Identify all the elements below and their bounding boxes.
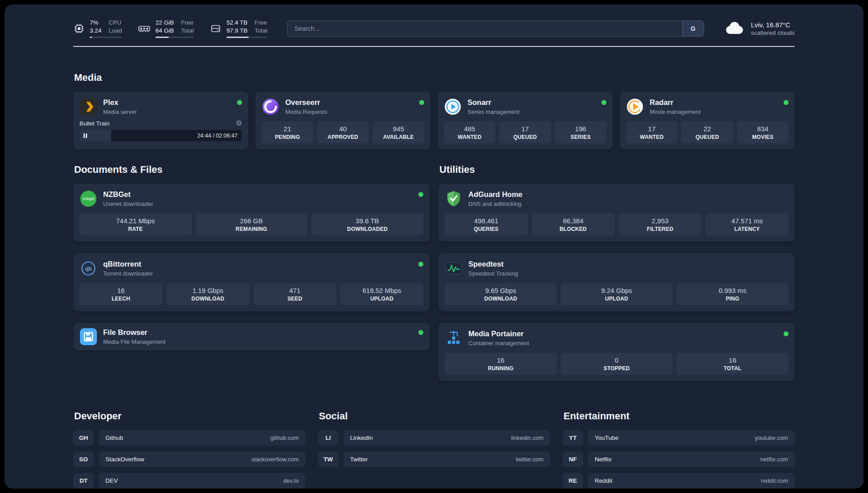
app-subtitle: Usenet downloader bbox=[103, 201, 153, 207]
app-card-nzbget[interactable]: nzbget NZBGet Usenet downloader 74 bbox=[73, 184, 430, 242]
stat-tile-wanted: 485 WANTED bbox=[444, 121, 495, 143]
pause-icon[interactable] bbox=[83, 134, 87, 138]
app-subtitle: DNS and adblocking bbox=[468, 201, 522, 207]
app-card-sonarr[interactable]: Sonarr Series management 485 WANTED 17 Q… bbox=[438, 92, 613, 150]
cpu-stat-widget: 7% 3.24 CPU Load bbox=[73, 19, 122, 38]
app-card-filebrowser[interactable]: File Browser Media File Management bbox=[73, 323, 430, 351]
stat-label: UPLOAD bbox=[563, 296, 671, 302]
bookmark-name: DEV bbox=[105, 477, 118, 484]
bookmark-link-linkedin[interactable]: LinkedIn linkedin.com bbox=[343, 430, 550, 446]
app-card-adguard[interactable]: AdGuard Home DNS and adblocking 498,461 … bbox=[438, 184, 795, 242]
app-subtitle: Container management bbox=[468, 340, 529, 347]
stat-value: 945 bbox=[375, 125, 422, 133]
stat-value: 86,384 bbox=[534, 217, 613, 225]
portainer-icon bbox=[445, 329, 463, 347]
bookmark-group-title: Developer bbox=[74, 410, 305, 422]
cpu-load-value: 3.24 bbox=[90, 27, 101, 35]
overseerr-icon bbox=[262, 98, 280, 116]
sonarr-icon bbox=[444, 98, 462, 116]
plex-now-playing: Bullet Train ⚙ 24:44 / 02:06:47 bbox=[79, 120, 242, 141]
bookmark-abbr: YT bbox=[563, 430, 583, 446]
settings-icon[interactable]: ⚙ bbox=[236, 120, 242, 127]
stat-value: 498,461 bbox=[447, 217, 526, 225]
bookmark-abbr: GH bbox=[73, 430, 94, 446]
disk-progress-track bbox=[226, 37, 267, 38]
bookmark-link-stackoverflow[interactable]: StackOverflow stackoverflow.com bbox=[99, 451, 305, 467]
search-engine-button[interactable]: G bbox=[682, 21, 704, 36]
bookmark-abbr: DT bbox=[73, 473, 94, 489]
bookmark-link-reddit[interactable]: Reddit reddit.com bbox=[588, 473, 795, 489]
stat-value: 0.993 ms bbox=[678, 287, 787, 294]
ram-icon bbox=[138, 23, 150, 34]
status-dot bbox=[419, 100, 424, 105]
bookmark-youtube: YT YouTube youtube.com bbox=[563, 430, 795, 446]
weather-widget: Lviv, 16.87°C scattered clouds bbox=[724, 20, 795, 38]
stat-value: 39.6 TB bbox=[313, 217, 421, 225]
stat-tile-pending: 21 PENDING bbox=[262, 121, 313, 143]
stat-label: UPLOAD bbox=[342, 296, 421, 302]
disk-stat-widget: 52.4 TB 97.9 TB Free Total bbox=[210, 19, 267, 38]
ram-progress-track bbox=[155, 37, 194, 38]
qbittorrent-icon: qb bbox=[79, 259, 97, 277]
bookmark-link-youtube[interactable]: YouTube youtube.com bbox=[588, 430, 795, 446]
app-card-portainer[interactable]: Media Portainer Container management 16 … bbox=[438, 323, 795, 381]
stat-tile-download: 9.65 Gbps DOWNLOAD bbox=[445, 283, 557, 305]
app-card-qbittorrent[interactable]: qb qBittorrent Torrent downloader bbox=[73, 253, 430, 311]
bookmark-name: Github bbox=[105, 435, 123, 441]
stat-value: 22 bbox=[683, 125, 731, 133]
cpu-label-top: CPU bbox=[108, 19, 122, 27]
stat-tile-seed: 471 SEED bbox=[254, 283, 337, 305]
stat-label: PING bbox=[678, 296, 787, 302]
stat-tile-download: 1.19 Gbps DOWNLOAD bbox=[167, 283, 250, 305]
bookmark-name: Twitter bbox=[350, 456, 368, 463]
bookmark-link-github[interactable]: Github github.com bbox=[99, 430, 305, 446]
app-subtitle: Series management bbox=[467, 109, 519, 115]
adguard-icon bbox=[445, 190, 463, 208]
bookmark-github: GH Github github.com bbox=[73, 430, 305, 446]
topbar: 7% 3.24 CPU Load bbox=[73, 4, 795, 38]
stat-label: LATENCY bbox=[707, 226, 787, 232]
status-dot bbox=[601, 100, 606, 105]
bookmark-name: LinkedIn bbox=[350, 435, 373, 441]
status-dot bbox=[418, 330, 423, 335]
app-subtitle: Torrent downloader bbox=[103, 270, 153, 277]
stat-label: RUNNING bbox=[447, 365, 555, 372]
cpu-progress-track bbox=[90, 37, 122, 38]
playback-progress-bar[interactable]: 24:44 / 02:06:47 bbox=[79, 130, 242, 141]
stat-label: DOWNLOAD bbox=[447, 296, 555, 302]
documents-section: Documents & Files nzbget bbox=[73, 164, 430, 381]
bookmark-link-netflix[interactable]: Netflix netflix.com bbox=[588, 451, 795, 467]
stat-value: 471 bbox=[255, 287, 335, 294]
app-name: File Browser bbox=[103, 328, 165, 337]
status-dot bbox=[784, 331, 789, 336]
stat-label: SEED bbox=[255, 296, 335, 302]
system-stats: 7% 3.24 CPU Load bbox=[73, 19, 267, 38]
stat-label: SERIES bbox=[557, 134, 605, 140]
bookmark-url: github.com bbox=[270, 435, 299, 441]
svg-text:nzbget: nzbget bbox=[83, 196, 94, 201]
app-card-plex[interactable]: Plex Media server Bullet Train ⚙ bbox=[73, 92, 248, 150]
stat-tile-leech: 16 LEECH bbox=[79, 283, 163, 305]
bookmark-abbr: TW bbox=[318, 451, 338, 467]
bookmark-link-dev[interactable]: DEV dev.to bbox=[99, 473, 305, 489]
app-card-radarr[interactable]: Radarr Movie management 17 WANTED 22 QUE… bbox=[620, 92, 795, 150]
bookmark-link-twitter[interactable]: Twitter twitter.com bbox=[343, 451, 550, 467]
app-card-overseerr[interactable]: Overseerr Media Requests 21 PENDING 40 A… bbox=[255, 92, 430, 150]
ram-stat-widget: 22 GiB 64 GiB Free Total bbox=[138, 19, 194, 38]
stat-value: 16 bbox=[81, 287, 161, 294]
app-card-speedtest[interactable]: Speedtest Speedtest Tracking 9.65 Gbps D… bbox=[438, 253, 795, 311]
bookmark-name: Reddit bbox=[595, 477, 612, 484]
stat-tile-latency: 47.571 ms LATENCY bbox=[705, 213, 789, 235]
bookmark-stackoverflow: SO StackOverflow stackoverflow.com bbox=[73, 451, 305, 467]
stat-label: RATE bbox=[81, 226, 190, 232]
stat-label: QUEUED bbox=[501, 134, 549, 140]
filebrowser-icon bbox=[79, 328, 97, 346]
search-input[interactable] bbox=[288, 21, 682, 36]
search-bar: G bbox=[287, 21, 704, 37]
bookmark-name: YouTube bbox=[595, 435, 618, 441]
bookmarks-area: Developer GH Github github.com SO StackO… bbox=[73, 410, 795, 489]
ram-label-top: Free bbox=[181, 19, 194, 27]
bookmark-group-title: Social bbox=[319, 410, 550, 422]
stat-value: 40 bbox=[319, 125, 367, 133]
stat-tile-available: 945 AVAILABLE bbox=[373, 121, 424, 143]
